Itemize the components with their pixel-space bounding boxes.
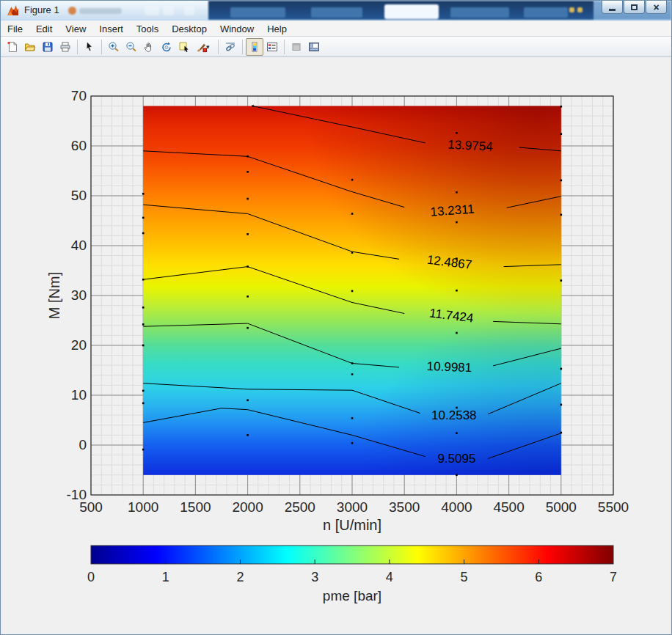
colorbar-tick-label: 5 xyxy=(461,570,468,584)
y-tick-label: 20 xyxy=(71,337,87,353)
background-window-ghost xyxy=(1,1,671,21)
hide-plot-tools-button[interactable] xyxy=(288,38,305,56)
brush-data-button[interactable]: ▾ xyxy=(193,38,215,56)
zoom-in-icon xyxy=(108,41,120,53)
x-tick-label: 4500 xyxy=(493,499,524,515)
x-tick-label: 2500 xyxy=(285,499,315,515)
contour-plot: 13.975413.231112.486711.742410.998110.25… xyxy=(1,57,672,635)
menu-tools[interactable]: Tools xyxy=(130,23,165,35)
zoom-in-button[interactable] xyxy=(105,38,123,56)
colorbar xyxy=(91,546,613,564)
ghost-document-title xyxy=(79,8,122,14)
window-controls: × xyxy=(602,1,667,14)
edit-plot-cursor-icon xyxy=(84,41,95,53)
brush-dropdown-caret[interactable]: ▾ xyxy=(206,43,212,51)
x-tick-label: 1500 xyxy=(180,499,211,515)
menu-bar: File Edit View Insert Tools Desktop Wind… xyxy=(1,21,671,36)
save-figure-icon xyxy=(42,41,54,53)
rotate-3d-icon xyxy=(161,41,172,53)
minimize-button[interactable] xyxy=(602,1,623,14)
edit-plot-cursor-button[interactable] xyxy=(81,38,98,56)
zoom-out-button[interactable] xyxy=(123,38,140,56)
x-tick-label: 2000 xyxy=(232,499,263,515)
colorbar-tick-label: 6 xyxy=(535,570,542,584)
menu-file[interactable]: File xyxy=(1,23,29,35)
hide-plot-tools-icon xyxy=(291,41,302,53)
rotate-3d-button[interactable] xyxy=(158,38,175,56)
y-tick-label: 10 xyxy=(71,387,87,403)
zoom-out-icon xyxy=(125,41,137,53)
x-tick-label: 3500 xyxy=(389,499,420,515)
matlab-figure-icon xyxy=(7,4,19,17)
data-cursor-icon xyxy=(178,41,190,53)
open-file-button[interactable] xyxy=(21,38,39,56)
new-figure-button[interactable] xyxy=(4,38,21,56)
print-figure-button[interactable] xyxy=(56,38,74,56)
x-tick-label: 5500 xyxy=(598,499,629,515)
ghost-document-icon xyxy=(68,7,76,15)
open-file-icon xyxy=(24,41,36,53)
ghost-blob xyxy=(184,6,194,15)
figure-canvas: 13.975413.231112.486711.742410.998110.25… xyxy=(1,57,672,635)
toolbar-separator xyxy=(77,40,78,54)
x-tick-label: 3000 xyxy=(337,499,368,515)
colorbar-tick-label: 7 xyxy=(610,570,617,584)
show-plot-tools-button[interactable] xyxy=(305,38,323,56)
insert-colorbar-button[interactable] xyxy=(246,38,263,56)
colorbar-label: pme [bar] xyxy=(323,588,381,603)
toolbar-separator xyxy=(101,40,102,54)
y-tick-label: 60 xyxy=(71,138,87,153)
toolbar-separator xyxy=(218,40,219,54)
insert-legend-button[interactable] xyxy=(263,38,281,56)
x-axis-label: n [U/min] xyxy=(323,517,381,533)
x-tick-label: 5000 xyxy=(546,499,577,515)
y-tick-label: 40 xyxy=(71,238,87,253)
colorbar-tick-label: 1 xyxy=(162,570,169,584)
colorbar-tick-label: 2 xyxy=(236,570,244,584)
save-figure-button[interactable] xyxy=(39,38,56,56)
close-button[interactable]: × xyxy=(646,1,667,14)
y-tick-label: 50 xyxy=(71,188,87,203)
colorbar-tick-label: 4 xyxy=(386,570,393,584)
show-plot-tools-icon xyxy=(308,41,320,53)
menu-edit[interactable]: Edit xyxy=(29,23,59,35)
insert-colorbar-icon xyxy=(249,41,260,53)
menu-help[interactable]: Help xyxy=(260,23,293,35)
print-figure-icon xyxy=(59,41,71,53)
menu-window[interactable]: Window xyxy=(213,23,260,35)
y-tick-label: 0 xyxy=(78,437,87,452)
colorbar-tick-label: 3 xyxy=(311,570,318,584)
data-cursor-button[interactable] xyxy=(175,38,193,56)
menu-desktop[interactable]: Desktop xyxy=(165,23,213,35)
contour-label: 9.5095 xyxy=(437,452,475,466)
y-axis-label: M [Nm] xyxy=(46,272,62,319)
ghost-blob xyxy=(145,6,159,15)
figure-window: Figure 1 × File Edit View Insert Tools D… xyxy=(0,0,672,635)
colorbar-tick-label: 0 xyxy=(87,570,95,584)
y-tick-label: -10 xyxy=(67,487,87,502)
contour-label: 13.9754 xyxy=(448,138,493,154)
toolbar-separator xyxy=(242,40,243,54)
link-plot-button[interactable] xyxy=(222,38,239,56)
titlebar: Figure 1 × xyxy=(1,1,671,21)
pan-hand-button[interactable] xyxy=(140,38,158,56)
new-figure-icon xyxy=(7,41,18,53)
contour-label: 10.9981 xyxy=(426,359,472,375)
link-plot-icon xyxy=(224,41,236,53)
x-tick-label: 1000 xyxy=(128,499,158,515)
insert-legend-icon xyxy=(266,41,278,53)
toolbar-separator xyxy=(284,40,285,54)
y-tick-label: 30 xyxy=(71,287,87,303)
pan-hand-icon xyxy=(143,41,155,53)
y-tick-label: 70 xyxy=(71,88,87,103)
x-tick-label: 4000 xyxy=(441,499,472,515)
ghost-blob xyxy=(163,6,174,15)
contour-label: 10.2538 xyxy=(431,408,476,422)
menu-view[interactable]: View xyxy=(59,23,92,35)
menu-insert[interactable]: Insert xyxy=(92,23,130,35)
maximize-button[interactable] xyxy=(624,1,645,14)
figure-toolbar: ▾ xyxy=(1,36,671,57)
window-title: Figure 1 xyxy=(24,4,59,15)
